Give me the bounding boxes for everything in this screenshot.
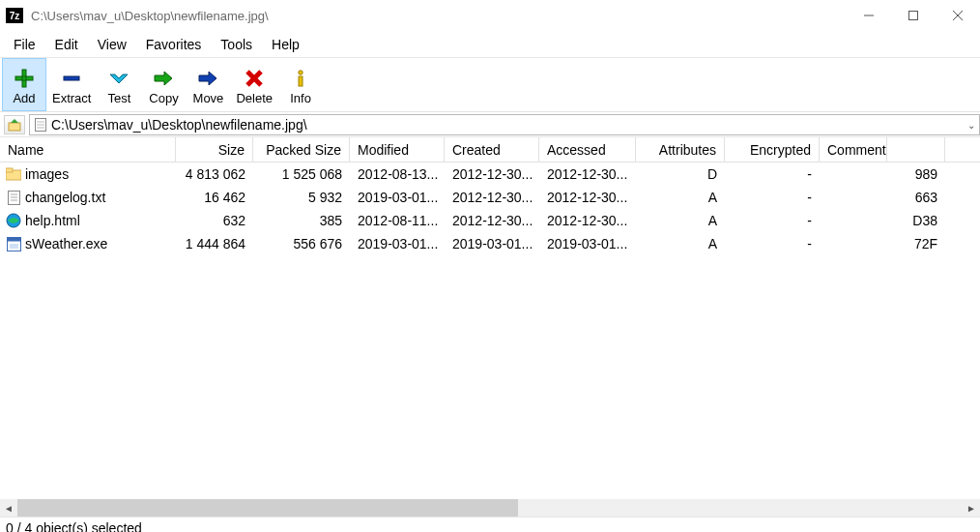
file-created: 2012-12-30... (445, 166, 539, 182)
file-size: 1 444 864 (176, 236, 253, 251)
copy-label: Copy (149, 91, 178, 105)
copy-button[interactable]: Copy (141, 58, 186, 111)
menu-help[interactable]: Help (262, 31, 309, 57)
test-button[interactable]: Test (97, 58, 141, 111)
col-modified[interactable]: Modified (350, 137, 445, 162)
folder-icon (6, 166, 21, 182)
test-icon (107, 67, 130, 90)
delete-button[interactable]: Delete (230, 58, 278, 111)
file-crc: 989 (887, 166, 945, 182)
exe-icon (6, 236, 21, 251)
file-name: changelog.txt (25, 190, 105, 205)
col-encrypted[interactable]: Encrypted (725, 137, 820, 162)
svg-marker-11 (155, 72, 172, 85)
svg-marker-18 (11, 119, 18, 123)
extract-label: Extract (52, 91, 91, 105)
status-text: 0 / 4 object(s) selected (6, 520, 142, 533)
menu-tools[interactable]: Tools (211, 31, 262, 57)
address-dropdown-icon[interactable]: ⌄ (967, 119, 975, 130)
svg-marker-10 (110, 74, 128, 83)
table-row[interactable]: sWeather.exe1 444 864556 6762019-03-01..… (0, 232, 980, 255)
menubar: File Edit View Favorites Tools Help (0, 31, 980, 58)
move-button[interactable]: Move (186, 58, 230, 111)
file-name: help.html (25, 213, 80, 228)
menu-edit[interactable]: Edit (45, 31, 88, 57)
maximize-button[interactable] (891, 0, 936, 31)
svg-rect-1 (909, 12, 918, 20)
file-name: sWeather.exe (25, 236, 107, 251)
scroll-left-icon[interactable]: ◄ (0, 499, 17, 517)
file-accessed: 2012-12-30... (539, 190, 636, 205)
window-title: C:\Users\mav_u\Desktop\newfilename.jpg\ (31, 9, 269, 23)
move-label: Move (193, 91, 224, 105)
addressbar: C:\Users\mav_u\Desktop\newfilename.jpg\ … (0, 112, 980, 137)
svg-rect-16 (299, 76, 303, 86)
scroll-right-icon[interactable]: ► (963, 499, 980, 517)
add-icon (13, 67, 36, 90)
menu-file[interactable]: File (4, 31, 45, 57)
svg-rect-33 (10, 244, 18, 249)
svg-rect-32 (7, 237, 20, 241)
file-modified: 2012-08-11... (350, 213, 445, 228)
move-icon (196, 67, 219, 90)
file-encrypted: - (725, 236, 820, 251)
svg-rect-17 (9, 123, 20, 131)
menu-favorites[interactable]: Favorites (136, 31, 212, 57)
close-button[interactable] (936, 0, 980, 31)
col-accessed[interactable]: Accessed (539, 137, 636, 162)
file-size: 632 (176, 213, 253, 228)
col-created[interactable]: Created (445, 137, 539, 162)
svg-point-15 (299, 70, 303, 74)
file-accessed: 2012-12-30... (539, 166, 636, 182)
file-size: 4 813 062 (176, 166, 253, 182)
address-text: C:\Users\mav_u\Desktop\newfilename.jpg\ (51, 117, 307, 133)
info-button[interactable]: Info (278, 58, 323, 111)
minimize-button[interactable] (847, 0, 891, 31)
toolbar: Add Extract Test Copy Move Delete Info (0, 58, 980, 112)
delete-icon (243, 67, 266, 90)
file-size: 16 462 (176, 190, 253, 205)
scroll-track[interactable] (17, 499, 963, 517)
info-label: Info (290, 91, 311, 105)
file-attributes: A (636, 236, 725, 251)
titlebar: 7z C:\Users\mav_u\Desktop\newfilename.jp… (0, 0, 980, 31)
extract-button[interactable]: Extract (46, 58, 97, 111)
file-modified: 2019-03-01... (350, 190, 445, 205)
col-size[interactable]: Size (176, 137, 253, 162)
copy-icon (152, 67, 175, 90)
file-modified: 2019-03-01... (350, 236, 445, 251)
address-input[interactable]: C:\Users\mav_u\Desktop\newfilename.jpg\ … (29, 114, 980, 135)
col-attributes[interactable]: Attributes (636, 137, 725, 162)
col-comment[interactable]: Comment (820, 137, 887, 162)
file-accessed: 2019-03-01... (539, 236, 636, 251)
add-button[interactable]: Add (2, 58, 46, 111)
file-encrypted: - (725, 166, 820, 182)
file-encrypted: - (725, 213, 820, 228)
file-icon (34, 118, 47, 132)
app-icon-7z: 7z (6, 8, 23, 23)
menu-view[interactable]: View (88, 31, 136, 57)
file-modified: 2012-08-13... (350, 166, 445, 182)
txt-icon (6, 190, 21, 205)
table-row[interactable]: changelog.txt16 4625 9322019-03-01...201… (0, 186, 980, 209)
file-attributes: A (636, 213, 725, 228)
col-extra[interactable] (887, 137, 945, 162)
file-crc: 72F (887, 236, 945, 251)
file-created: 2019-03-01... (445, 236, 539, 251)
file-list[interactable]: images4 813 0621 525 0682012-08-13...201… (0, 163, 980, 499)
up-button[interactable] (4, 115, 25, 134)
table-row[interactable]: images4 813 0621 525 0682012-08-13...201… (0, 163, 980, 186)
html-icon (6, 213, 21, 228)
file-crc: D38 (887, 213, 945, 228)
file-packed: 1 525 068 (253, 166, 350, 182)
add-label: Add (13, 91, 35, 105)
svg-rect-24 (6, 168, 13, 172)
table-row[interactable]: help.html6323852012-08-11...2012-12-30..… (0, 209, 980, 232)
file-created: 2012-12-30... (445, 213, 539, 228)
col-packed[interactable]: Packed Size (253, 137, 350, 162)
file-name: images (25, 166, 69, 182)
scroll-thumb[interactable] (17, 499, 518, 517)
col-name[interactable]: Name (0, 137, 176, 162)
horizontal-scrollbar[interactable]: ◄ ► (0, 499, 980, 517)
svg-rect-8 (64, 76, 79, 80)
